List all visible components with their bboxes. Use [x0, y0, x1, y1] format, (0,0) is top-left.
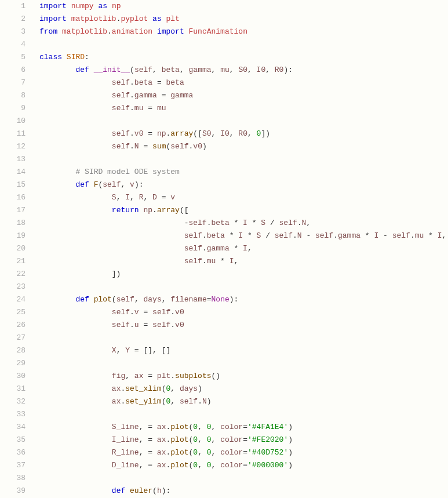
- code-line[interactable]: ax.set_ylim(0, self.N): [39, 395, 448, 408]
- line-number: 29: [0, 357, 26, 370]
- code-line[interactable]: self.v = self.v0: [39, 306, 448, 319]
- code-line[interactable]: import numpy as np: [39, 0, 448, 13]
- line-number: 37: [0, 459, 26, 472]
- code-line[interactable]: ]): [39, 268, 448, 281]
- line-number: 17: [0, 204, 26, 217]
- code-line[interactable]: X, Y = [], []: [39, 344, 448, 357]
- code-line[interactable]: from matplotlib.animation import FuncAni…: [39, 26, 448, 38]
- line-number: 22: [0, 268, 26, 281]
- line-number: 23: [0, 281, 26, 293]
- code-line[interactable]: self.mu * I,: [39, 255, 448, 268]
- code-line[interactable]: return np.array([: [39, 204, 448, 217]
- code-line[interactable]: S_line, = ax.plot(0, 0, color='#4FA1E4'): [39, 421, 448, 434]
- line-number: 24: [0, 293, 26, 306]
- code-line[interactable]: self.v0 = np.array([S0, I0, R0, 0]): [39, 128, 448, 140]
- code-line[interactable]: ax.set_xlim(0, days): [39, 383, 448, 395]
- code-editor: 1234567891011121314151617181920212223242…: [0, 0, 448, 498]
- line-number: 12: [0, 140, 26, 153]
- line-number: 15: [0, 179, 26, 191]
- line-number: 7: [0, 77, 26, 89]
- line-number: 2: [0, 13, 26, 26]
- code-line[interactable]: self.gamma * I,: [39, 242, 448, 255]
- line-number: 25: [0, 306, 26, 319]
- line-number-gutter: 1234567891011121314151617181920212223242…: [0, 0, 35, 498]
- code-line[interactable]: def euler(h):: [39, 485, 448, 497]
- code-line[interactable]: [39, 153, 448, 166]
- code-line[interactable]: class SIRD:: [39, 51, 448, 64]
- line-number: 6: [0, 64, 26, 77]
- code-line[interactable]: self.beta * I * S / self.N - self.gamma …: [39, 230, 448, 242]
- code-line[interactable]: self.gamma = gamma: [39, 89, 448, 102]
- line-number: 27: [0, 332, 26, 344]
- line-number: 14: [0, 166, 26, 179]
- code-line[interactable]: import matplotlib.pyplot as plt: [39, 13, 448, 26]
- code-line[interactable]: S, I, R, D = v: [39, 191, 448, 204]
- code-area[interactable]: import numpy as npimport matplotlib.pypl…: [35, 0, 448, 498]
- code-line[interactable]: -self.beta * I * S / self.N,: [39, 217, 448, 230]
- code-line[interactable]: [39, 281, 448, 293]
- code-line[interactable]: D_line, = ax.plot(0, 0, color='#000000'): [39, 459, 448, 472]
- line-number: 8: [0, 89, 26, 102]
- line-number: 34: [0, 421, 26, 434]
- code-line[interactable]: [39, 357, 448, 370]
- line-number: 16: [0, 191, 26, 204]
- line-number: 3: [0, 26, 26, 38]
- code-line[interactable]: self.u = self.v0: [39, 319, 448, 332]
- line-number: 33: [0, 408, 26, 421]
- code-line[interactable]: R_line, = ax.plot(0, 0, color='#40D752'): [39, 446, 448, 459]
- line-number: 38: [0, 472, 26, 485]
- line-number: 35: [0, 434, 26, 446]
- code-line[interactable]: [39, 115, 448, 128]
- code-line[interactable]: [39, 472, 448, 485]
- line-number: 39: [0, 485, 26, 497]
- line-number: 31: [0, 383, 26, 395]
- line-number: 20: [0, 242, 26, 255]
- code-line[interactable]: def plot(self, days, filename=None):: [39, 293, 448, 306]
- code-line[interactable]: self.N = sum(self.v0): [39, 140, 448, 153]
- code-line[interactable]: def __init__(self, beta, gamma, mu, S0, …: [39, 64, 448, 77]
- code-line[interactable]: I_line, = ax.plot(0, 0, color='#FE2020'): [39, 434, 448, 446]
- line-number: 1: [0, 0, 26, 13]
- line-number: 32: [0, 395, 26, 408]
- code-line[interactable]: [39, 408, 448, 421]
- line-number: 26: [0, 319, 26, 332]
- line-number: 28: [0, 344, 26, 357]
- line-number: 9: [0, 102, 26, 115]
- line-number: 5: [0, 51, 26, 64]
- code-line[interactable]: [39, 332, 448, 344]
- code-line[interactable]: [39, 38, 448, 51]
- line-number: 10: [0, 115, 26, 128]
- line-number: 18: [0, 217, 26, 230]
- line-number: 11: [0, 128, 26, 140]
- line-number: 36: [0, 446, 26, 459]
- line-number: 21: [0, 255, 26, 268]
- code-line[interactable]: self.beta = beta: [39, 77, 448, 89]
- line-number: 4: [0, 38, 26, 51]
- line-number: 30: [0, 370, 26, 383]
- code-line[interactable]: # SIRD model ODE system: [39, 166, 448, 179]
- line-number: 13: [0, 153, 26, 166]
- code-line[interactable]: fig, ax = plt.subplots(): [39, 370, 448, 383]
- code-line[interactable]: self.mu = mu: [39, 102, 448, 115]
- code-line[interactable]: def F(self, v):: [39, 179, 448, 191]
- line-number: 19: [0, 230, 26, 242]
